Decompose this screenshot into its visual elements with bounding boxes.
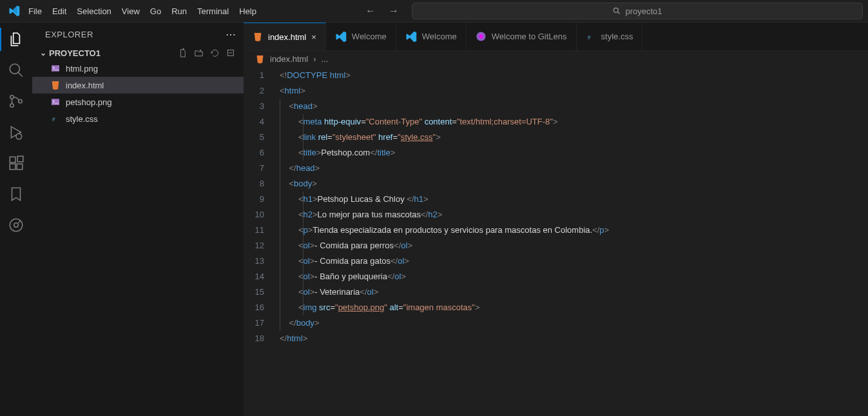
nav-arrows: ← →: [358, 5, 407, 17]
tab-label: Welcome: [422, 32, 457, 41]
code-line-12[interactable]: <ol>- Comida para perros</ol>: [280, 238, 868, 253]
code-line-14[interactable]: <ol>- Baño y peluqueria</ol>: [280, 269, 868, 284]
file-style.css[interactable]: #style.css: [32, 110, 244, 127]
svg-point-2: [10, 64, 19, 74]
gitlens-icon[interactable]: [7, 216, 25, 234]
file-label: petshop.png: [66, 97, 112, 107]
code-line-13[interactable]: <ol>- Comida para gatos</ol>: [280, 253, 868, 269]
svg-line-14: [18, 221, 20, 223]
code-line-8[interactable]: <body>: [280, 176, 868, 192]
tab-label: style.css: [601, 32, 633, 41]
source-control-icon[interactable]: [7, 92, 25, 110]
tab-label: Welcome to GitLens: [492, 32, 567, 41]
refresh-icon[interactable]: [210, 48, 220, 58]
line-number: 14: [244, 269, 264, 284]
titlebar: FileEditSelectionViewGoRunTerminalHelp ←…: [0, 0, 868, 23]
tab-index.html[interactable]: index.html×: [244, 23, 326, 50]
code-line-16[interactable]: <img src="petshop.png" alt="imagen masco…: [280, 300, 868, 315]
file-petshop.png[interactable]: petshop.png: [32, 94, 244, 110]
svg-text:#: #: [52, 116, 55, 123]
menu-terminal[interactable]: Terminal: [192, 3, 234, 20]
bookmark-icon[interactable]: [7, 185, 25, 203]
line-number: 17: [244, 315, 264, 331]
line-number: 13: [244, 253, 264, 269]
menu-help[interactable]: Help: [234, 3, 262, 20]
tab-welcome[interactable]: Welcome: [396, 23, 467, 50]
sidebar-more-icon[interactable]: ⋯: [226, 28, 236, 41]
image-icon: [50, 97, 61, 107]
line-number: 8: [244, 176, 264, 192]
explorer-icon[interactable]: [7, 30, 25, 48]
new-folder-icon[interactable]: [194, 48, 204, 58]
code-line-5[interactable]: <link rel="stylesheet" href="style.css">: [280, 130, 868, 145]
search-activity-icon[interactable]: [7, 61, 25, 79]
code-line-6[interactable]: <title>Petshop.com</title>: [280, 145, 868, 161]
line-number: 5: [244, 130, 264, 145]
folder-name: PROYECTO1: [49, 48, 101, 58]
tab-bar: index.html×WelcomeWelcomeWelcome to GitL…: [244, 23, 868, 51]
gutter: 123456789101112131415161718: [244, 68, 280, 416]
new-file-icon[interactable]: [178, 48, 188, 58]
code-line-3[interactable]: <head>: [280, 99, 868, 114]
tab-style.css[interactable]: #style.css: [577, 23, 643, 50]
close-icon[interactable]: ×: [311, 32, 316, 42]
code-line-1[interactable]: <!DOCTYPE html>: [280, 68, 868, 83]
html-icon: [50, 80, 61, 90]
svg-rect-8: [10, 157, 15, 163]
search-input[interactable]: proyecto1: [412, 3, 863, 19]
html-icon: [253, 32, 263, 42]
code-line-18[interactable]: </html>: [280, 331, 868, 346]
code-line-2[interactable]: <html>: [280, 83, 868, 99]
file-label: html.png: [66, 64, 98, 74]
menu-edit[interactable]: Edit: [47, 3, 72, 20]
code-line-4[interactable]: <meta http-equiv="Content-Type" content=…: [280, 114, 868, 130]
html-file-icon: [255, 54, 265, 64]
nav-back-icon[interactable]: ←: [365, 5, 376, 17]
extensions-icon[interactable]: [7, 154, 25, 172]
svg-text:#: #: [587, 34, 590, 41]
nav-forward-icon[interactable]: →: [389, 5, 399, 17]
gitlens-icon: [476, 31, 487, 42]
line-number: 10: [244, 207, 264, 223]
debug-icon[interactable]: [7, 123, 25, 141]
editor: index.html×WelcomeWelcomeWelcome to GitL…: [244, 23, 868, 416]
tab-welcome[interactable]: Welcome: [326, 23, 396, 50]
svg-line-3: [18, 72, 23, 77]
search-text: proyecto1: [625, 6, 662, 16]
code-line-11[interactable]: <p>Tienda especializada en productos y s…: [280, 223, 868, 238]
sidebar: EXPLORER ⋯ ⌄ PROYECTO1 html.pngindex.htm…: [32, 23, 244, 416]
collapse-icon[interactable]: [226, 48, 236, 58]
code-line-10[interactable]: <h2>Lo mejor para tus mascotas</h2>: [280, 207, 868, 223]
code-line-15[interactable]: <ol>- Veterinaria</ol>: [280, 284, 868, 300]
line-number: 9: [244, 192, 264, 207]
menu-view[interactable]: View: [117, 3, 145, 20]
tab-label: Welcome: [352, 32, 387, 41]
css-icon: #: [586, 32, 596, 42]
svg-point-4: [10, 95, 14, 99]
svg-point-13: [14, 223, 19, 228]
vscode-icon: [405, 31, 417, 43]
file-label: style.css: [66, 114, 98, 124]
menu-file[interactable]: File: [23, 3, 47, 20]
code-lines: <!DOCTYPE html><html> <head> <meta http-…: [280, 68, 868, 416]
code-line-7[interactable]: </head>: [280, 161, 868, 176]
svg-point-20: [53, 101, 54, 102]
sidebar-header: EXPLORER ⋯: [32, 23, 244, 46]
menu-go[interactable]: Go: [145, 3, 166, 20]
file-index.html[interactable]: index.html: [32, 77, 244, 94]
breadcrumb[interactable]: index.html › ...: [244, 51, 868, 66]
tab-welcome-to-gitlens[interactable]: Welcome to GitLens: [467, 23, 577, 50]
code-editor[interactable]: 123456789101112131415161718 <!DOCTYPE ht…: [244, 66, 868, 416]
svg-rect-9: [10, 164, 15, 170]
file-html.png[interactable]: html.png: [32, 60, 244, 77]
menu-selection[interactable]: Selection: [72, 3, 116, 20]
code-line-17[interactable]: </body>: [280, 315, 868, 331]
line-number: 6: [244, 145, 264, 161]
line-number: 1: [244, 68, 264, 83]
folder-row[interactable]: ⌄ PROYECTO1: [32, 46, 244, 60]
code-line-9[interactable]: <h1>Petshop Lucas & Chloy </h1>: [280, 192, 868, 207]
svg-point-18: [53, 67, 54, 68]
activity-bar: [0, 23, 32, 416]
line-number: 18: [244, 331, 264, 346]
menu-run[interactable]: Run: [166, 3, 192, 20]
